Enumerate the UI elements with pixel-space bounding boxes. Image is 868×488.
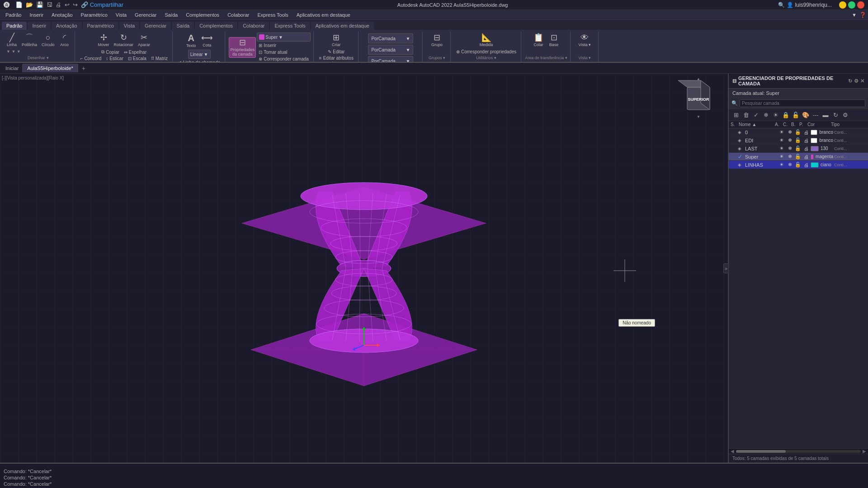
tab-aplicativos[interactable]: Aplicativos em destaque bbox=[311, 22, 374, 30]
open-btn[interactable]: 📂 bbox=[25, 1, 34, 9]
dropdown-btn[interactable]: ▼ bbox=[852, 12, 857, 18]
btn-linha[interactable]: ╱ Linha bbox=[5, 33, 19, 48]
lock-btn[interactable]: 🔒 bbox=[781, 110, 790, 119]
layer-freeze-super[interactable]: ❄ bbox=[786, 154, 793, 160]
btn-editar-atributos[interactable]: ≡ Editar atributos bbox=[317, 55, 355, 61]
btn-espelhar[interactable]: ⇔ Espelhar bbox=[122, 49, 148, 55]
col-header-nome[interactable]: Nome ▲ bbox=[739, 122, 774, 127]
close-btn[interactable] bbox=[857, 1, 864, 9]
panel-settings-btn[interactable]: ⚙ bbox=[854, 78, 859, 84]
tab-gerenciar[interactable]: Gerenciar bbox=[140, 22, 171, 30]
btn-arco[interactable]: ◜ Arco bbox=[57, 33, 72, 48]
btn-criar[interactable]: ⊞ Criar bbox=[329, 33, 344, 48]
panel-collapse-btn[interactable]: » bbox=[723, 263, 729, 273]
tab-saida[interactable]: Saída bbox=[172, 22, 194, 30]
tab-parametrico[interactable]: Paramétrico bbox=[83, 22, 118, 30]
btn-editar[interactable]: ✎ Editar bbox=[326, 49, 346, 55]
btn-concord[interactable]: ⌐ Concord bbox=[79, 56, 104, 61]
layer-color-super[interactable]: magenta bbox=[811, 154, 833, 160]
layer-vis-0[interactable]: ☀ bbox=[778, 129, 785, 135]
menu-padrao[interactable]: Padrão bbox=[2, 11, 25, 19]
search-btn[interactable]: 🔍 bbox=[778, 2, 785, 8]
btn-base[interactable]: ⊡ Base bbox=[547, 33, 561, 48]
btn-draw-more[interactable]: ▼ ▼ ▼ bbox=[5, 49, 23, 54]
menu-parametrico[interactable]: Paramétrico bbox=[77, 11, 111, 19]
minimize-btn[interactable] bbox=[839, 1, 846, 9]
viewport[interactable]: [-][Vista personalizada][Raio X] bbox=[0, 74, 728, 463]
share-btn[interactable]: 🔗 Compartilhar bbox=[80, 1, 124, 9]
layer-search-input[interactable] bbox=[740, 99, 865, 107]
layer-lock-linhas[interactable]: 🔓 bbox=[794, 162, 802, 168]
btn-aparar[interactable]: ✂ Aparar bbox=[136, 33, 152, 48]
btn-linha-chamada[interactable]: ↗ Linha de chamada bbox=[176, 60, 222, 62]
layer-vis-linhas[interactable]: ☀ bbox=[778, 162, 785, 168]
tab-complementos[interactable]: Complementos bbox=[195, 22, 237, 30]
unlock-btn[interactable]: 🔓 bbox=[791, 110, 800, 119]
panel-refresh-btn[interactable]: ↻ bbox=[848, 78, 852, 84]
btn-corresponder-camada[interactable]: ⊗ Corresponder camada bbox=[257, 56, 311, 62]
cor-dropdown[interactable]: PorCamada ▼ bbox=[368, 33, 413, 43]
layer-lock-super[interactable]: 🔓 bbox=[794, 154, 802, 160]
linear-dropdown[interactable]: Linear ▼ bbox=[188, 50, 211, 59]
new-layer-btn[interactable]: ⊞ bbox=[731, 110, 741, 119]
undo-btn[interactable]: ↩ bbox=[64, 1, 71, 9]
layer-print-super[interactable]: 🖨 bbox=[802, 154, 810, 160]
layer-freeze-edi[interactable]: ❄ bbox=[786, 137, 793, 143]
tab-file-active[interactable]: AulaS5Hiperboloide* bbox=[22, 64, 78, 72]
tipo-linha-dropdown[interactable]: PorCamada ▼ bbox=[368, 45, 413, 55]
btn-inserir[interactable]: ⊞ Inserir bbox=[257, 42, 311, 48]
btn-corresponder-props[interactable]: ⊗ Corresponder propriedades bbox=[454, 49, 518, 55]
tab-iniciar[interactable]: Iniciar bbox=[2, 64, 22, 72]
menu-inserir[interactable]: Inserir bbox=[26, 11, 47, 19]
menu-anotacao[interactable]: Anotação bbox=[48, 11, 76, 19]
layer-color-edi[interactable]: branco bbox=[811, 138, 833, 143]
btn-colar[interactable]: 📋 Colar bbox=[531, 33, 546, 48]
layer-row-linhas[interactable]: ◈ LINHAS ☀ ❄ 🔓 🖨 ciano Conti... bbox=[729, 161, 868, 169]
btn-polilinha[interactable]: ⌒ Polilinha bbox=[20, 33, 39, 48]
tab-expresstools[interactable]: Express Tools bbox=[270, 22, 310, 30]
tab-add-btn[interactable]: + bbox=[79, 63, 88, 73]
layer-print-0[interactable]: 🖨 bbox=[802, 130, 810, 135]
btn-rotacionar[interactable]: ↻ Rotacionar bbox=[112, 33, 136, 48]
freeze-btn[interactable]: ❄ bbox=[761, 110, 770, 119]
thaw-btn[interactable]: ☀ bbox=[771, 110, 780, 119]
btn-medida[interactable]: 📐 Medida bbox=[478, 33, 495, 48]
layer-color-last[interactable]: 130 bbox=[811, 146, 833, 151]
menu-vista[interactable]: Vista bbox=[112, 11, 130, 19]
btn-circulo[interactable]: ○ Círculo bbox=[40, 33, 57, 48]
tab-anotacao[interactable]: Anotação bbox=[52, 22, 81, 30]
layer-row-0[interactable]: ◈ 0 ☀ ❄ 🔓 🖨 branco Conti... bbox=[729, 128, 868, 136]
layer-print-edi[interactable]: 🖨 bbox=[802, 138, 810, 143]
saveas-btn[interactable]: 🖫 bbox=[46, 1, 53, 9]
layer-freeze-0[interactable]: ❄ bbox=[786, 129, 793, 135]
layer-row-super[interactable]: ✓ Super ☀ ❄ 🔓 🖨 magenta Conti... bbox=[729, 153, 868, 161]
menu-colaborar[interactable]: Colaborar bbox=[224, 11, 253, 19]
refresh-layers-btn[interactable]: ↻ bbox=[831, 110, 840, 119]
maximize-btn[interactable] bbox=[848, 1, 855, 9]
layer-vis-super[interactable]: ☀ bbox=[778, 154, 785, 160]
layer-row-last[interactable]: ◈ LAST ☀ ❄ 🔓 🖨 130 Conti... bbox=[729, 145, 868, 153]
delete-layer-btn[interactable]: 🗑 bbox=[741, 110, 750, 119]
layer-freeze-linhas[interactable]: ❄ bbox=[786, 162, 793, 168]
scroll-left[interactable]: ◀ bbox=[731, 449, 734, 454]
color-btn[interactable]: 🎨 bbox=[801, 110, 810, 119]
btn-propriedades-camada[interactable]: ⊟ Propriedadesda camada bbox=[229, 37, 256, 58]
panel-close-btn[interactable]: ✕ bbox=[860, 78, 864, 84]
btn-escala[interactable]: ⊡ Escala bbox=[126, 56, 148, 61]
btn-mover[interactable]: ✢ Mover bbox=[96, 33, 111, 48]
layer-settings-btn[interactable]: ⚙ bbox=[841, 110, 850, 119]
linetype-btn[interactable]: --- bbox=[811, 110, 820, 119]
layer-vis-last[interactable]: ☀ bbox=[778, 145, 785, 151]
layer-color-linhas[interactable]: ciano bbox=[811, 162, 833, 168]
btn-texto[interactable]: A Texto bbox=[184, 33, 198, 49]
layer-print-last[interactable]: 🖨 bbox=[802, 146, 810, 151]
save-btn[interactable]: 💾 bbox=[35, 1, 44, 9]
btn-tomar-atual[interactable]: ⊡ Tomar atual bbox=[257, 49, 311, 55]
layer-color-0[interactable]: branco bbox=[811, 130, 833, 135]
new-btn[interactable]: 📄 bbox=[14, 1, 24, 9]
layer-vis-edi[interactable]: ☀ bbox=[778, 137, 785, 143]
btn-copiar[interactable]: ⧉ Copiar bbox=[99, 49, 121, 55]
menu-saida[interactable]: Saída bbox=[161, 11, 181, 19]
btn-grupo[interactable]: ⊟ Grupo bbox=[429, 33, 444, 48]
tab-padrao[interactable]: Padrão bbox=[2, 22, 27, 30]
